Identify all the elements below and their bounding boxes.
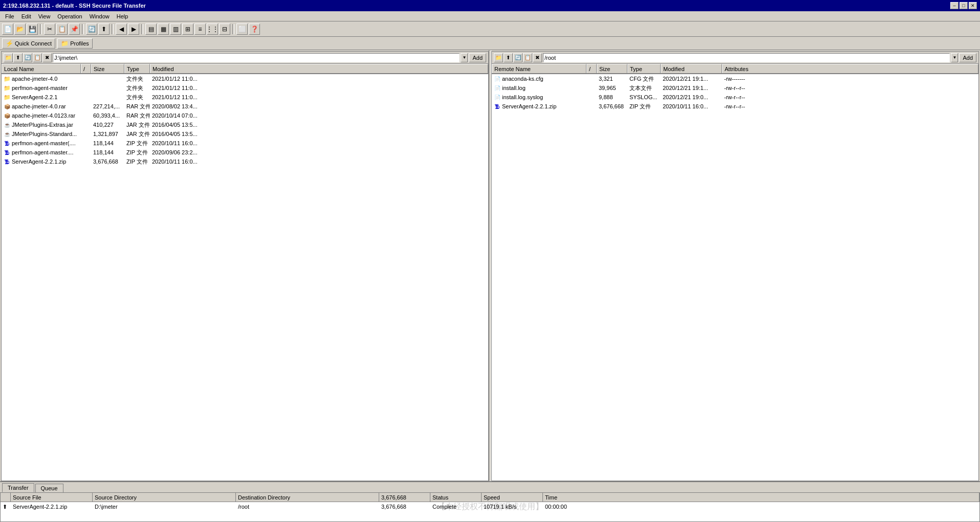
transfer-col-status[interactable]: Status xyxy=(430,493,482,502)
back-button[interactable]: ◀ xyxy=(116,24,127,35)
minimize-button[interactable]: – xyxy=(950,2,959,9)
tab-transfer[interactable]: Transfer xyxy=(2,483,34,492)
right-file-row[interactable]: 📄install.log.syslog 9,888 SYSLOG... 2020… xyxy=(492,93,978,102)
left-col-modified[interactable]: Modified xyxy=(150,64,488,73)
file-name: 🗜ServerAgent-2.2.1.zip xyxy=(2,158,81,165)
right-properties-btn[interactable]: 📋 xyxy=(523,53,532,62)
transfer-tabs-row: Transfer Queue xyxy=(0,482,980,492)
left-file-list[interactable]: 📁apache-jmeter-4.0 文件夹 2021/01/12 11:0..… xyxy=(2,74,488,481)
left-col-type[interactable]: Type xyxy=(124,64,150,73)
transfer-col-dest[interactable]: Destination Directory xyxy=(236,493,379,502)
left-path-input[interactable] xyxy=(53,53,460,62)
file-attributes: -rw-r--r-- xyxy=(722,103,978,109)
maximize-button[interactable]: □ xyxy=(960,2,968,9)
right-path-dropdown[interactable]: ▼ xyxy=(951,53,958,62)
right-up-btn[interactable]: ⬆ xyxy=(504,53,513,62)
transfer-col-time[interactable]: Time xyxy=(543,493,979,502)
view3-button[interactable]: ▥ xyxy=(170,24,181,35)
view4-button[interactable]: ⊞ xyxy=(182,24,193,35)
right-new-folder-btn[interactable]: 📁 xyxy=(494,53,503,62)
transfer-col-icon xyxy=(1,493,11,502)
file-type: ZIP 文件 xyxy=(627,103,661,110)
new-button[interactable]: 📄 xyxy=(2,24,13,35)
open-button[interactable]: 📂 xyxy=(14,24,26,35)
file-size: 118,144 xyxy=(91,140,124,146)
menu-help[interactable]: Help xyxy=(114,13,132,20)
right-file-list[interactable]: 📄anaconda-ks.cfg 3,321 CFG 文件 2020/12/21… xyxy=(492,74,978,481)
left-file-row[interactable]: 🗜perfmon-agent-master.... 118,144 ZIP 文件… xyxy=(2,148,488,157)
right-col-size[interactable]: Size xyxy=(597,64,627,73)
menu-view[interactable]: View xyxy=(35,13,54,20)
transfer-col-speed[interactable]: Speed xyxy=(482,493,543,502)
view5-button[interactable]: ≡ xyxy=(194,24,206,35)
menu-edit[interactable]: Edit xyxy=(18,13,34,20)
file-modified: 2016/04/05 13:5... xyxy=(150,131,488,137)
transfer-col-source[interactable]: Source Directory xyxy=(93,493,236,502)
right-col-slash[interactable]: / xyxy=(586,64,597,73)
left-properties-btn[interactable]: 📋 xyxy=(33,53,42,62)
left-new-folder-btn[interactable]: 📁 xyxy=(4,53,13,62)
quick-connect-label: Quick Connect xyxy=(15,40,52,47)
left-col-slash[interactable]: / xyxy=(81,64,91,73)
file-modified: 2020/10/11 16:0... xyxy=(661,103,722,109)
right-stop-btn[interactable]: ✖ xyxy=(533,53,542,62)
help-icon-button[interactable]: ❓ xyxy=(249,24,260,35)
paste-button[interactable]: 📌 xyxy=(69,24,80,35)
view7-button[interactable]: ⊟ xyxy=(219,24,230,35)
left-file-row[interactable]: 🗜ServerAgent-2.2.1.zip 3,676,668 ZIP 文件 … xyxy=(2,157,488,166)
left-file-row[interactable]: ☕JMeterPlugins-Extras.jar 410,227 JAR 文件… xyxy=(2,120,488,129)
left-file-row[interactable]: 📁ServerAgent-2.2.1 文件夹 2021/01/12 11:0..… xyxy=(2,93,488,102)
zip-icon: 🗜 xyxy=(4,158,11,165)
copy-button[interactable]: 📋 xyxy=(56,24,68,35)
right-col-modified[interactable]: Modified xyxy=(661,64,722,73)
left-file-row[interactable]: 📦apache-jmeter-4.0123.rar 60,393,4... RA… xyxy=(2,111,488,120)
left-path-dropdown[interactable]: ▼ xyxy=(461,53,468,62)
left-add-button[interactable]: Add xyxy=(469,53,486,62)
menu-operation[interactable]: Operation xyxy=(54,13,85,20)
forward-button[interactable]: ▶ xyxy=(128,24,139,35)
file-type: ZIP 文件 xyxy=(124,140,150,147)
transfer-col-file[interactable]: Source File xyxy=(11,493,93,502)
right-col-name[interactable]: Remote Name xyxy=(492,64,586,73)
left-file-row[interactable]: 📁perfmon-agent-master 文件夹 2021/01/12 11:… xyxy=(2,83,488,93)
view6-button[interactable]: ⋮⋮ xyxy=(207,24,218,35)
right-add-button[interactable]: Add xyxy=(959,53,976,62)
left-file-row[interactable]: ☕JMeterPlugins-Standard... 1,321,897 JAR… xyxy=(2,129,488,139)
left-file-row[interactable]: 📁apache-jmeter-4.0 文件夹 2021/01/12 11:0..… xyxy=(2,74,488,83)
stop-button[interactable]: ⬜ xyxy=(236,24,248,35)
left-col-size[interactable]: Size xyxy=(91,64,124,73)
up-button[interactable]: ⬆ xyxy=(98,24,110,35)
file-name: 📄install.log xyxy=(492,84,586,92)
left-stop-btn[interactable]: ✖ xyxy=(42,53,52,62)
transfer-col-size[interactable]: 3,676,668 xyxy=(379,493,430,502)
left-file-row[interactable]: 🗜perfmon-agent-master(.... 118,144 ZIP 文… xyxy=(2,139,488,148)
view1-button[interactable]: ▤ xyxy=(145,24,157,35)
save-button[interactable]: 💾 xyxy=(27,24,38,35)
right-file-row[interactable]: 📄anaconda-ks.cfg 3,321 CFG 文件 2020/12/21… xyxy=(492,74,978,83)
toolbar-sep1 xyxy=(40,24,42,34)
right-path-input[interactable] xyxy=(543,53,950,62)
view2-button[interactable]: ▦ xyxy=(158,24,169,35)
quick-connect-button[interactable]: ⚡ Quick Connect xyxy=(2,38,55,49)
left-file-row[interactable]: 📦apache-jmeter-4.0.rar 227,214,... RAR 文… xyxy=(2,102,488,111)
left-up-btn[interactable]: ⬆ xyxy=(13,53,23,62)
quickconnect-toolbar: ⚡ Quick Connect 📁 Profiles xyxy=(0,37,980,50)
left-col-name[interactable]: Local Name xyxy=(2,64,81,73)
left-refresh-btn[interactable]: 🔄 xyxy=(23,53,32,62)
cut-button[interactable]: ✂ xyxy=(44,24,55,35)
tab-queue[interactable]: Queue xyxy=(35,484,63,492)
right-refresh-btn[interactable]: 🔄 xyxy=(513,53,522,62)
refresh-button[interactable]: 🔄 xyxy=(86,24,97,35)
close-button[interactable]: ✕ xyxy=(969,2,977,9)
right-file-row[interactable]: 🗜ServerAgent-2.2.1.zip 3,676,668 ZIP 文件 … xyxy=(492,102,978,111)
profiles-button[interactable]: 📁 Profiles xyxy=(57,38,93,49)
file-name: 📄anaconda-ks.cfg xyxy=(492,75,586,82)
menu-window[interactable]: Window xyxy=(86,13,113,20)
transfer-row[interactable]: ⬆ ServerAgent-2.2.1.zip D:\jmeter /root … xyxy=(1,502,979,511)
jar-icon: ☕ xyxy=(4,121,11,128)
file-name: ☕JMeterPlugins-Standard... xyxy=(2,130,81,138)
right-col-attributes[interactable]: Attributes xyxy=(722,64,978,73)
right-file-row[interactable]: 📄install.log 39,965 文本文件 2020/12/21 19:1… xyxy=(492,83,978,93)
menu-file[interactable]: File xyxy=(2,13,17,20)
right-col-type[interactable]: Type xyxy=(627,64,661,73)
